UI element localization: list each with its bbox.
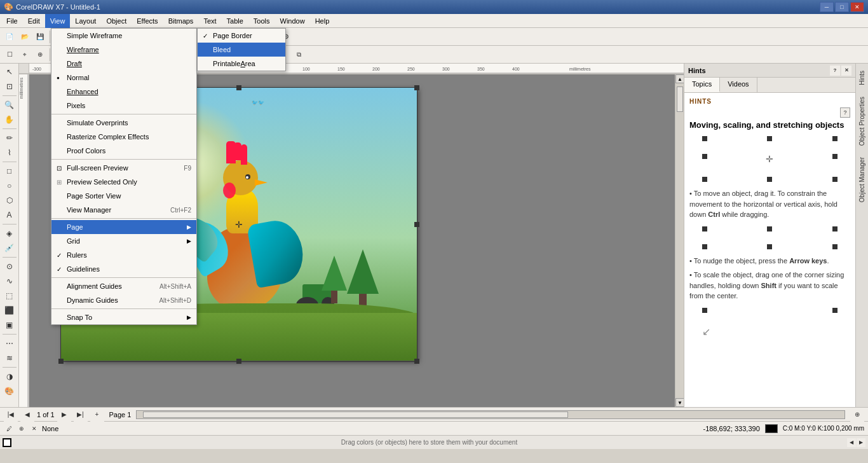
display-quality-btn[interactable]: ⧉ bbox=[292, 48, 306, 62]
menu-normal[interactable]: Normal bbox=[51, 71, 196, 85]
menu-snap-to[interactable]: Snap To▶ bbox=[51, 310, 196, 324]
zoom-fit-btn[interactable]: ⊕ bbox=[850, 408, 864, 422]
app-icon: 🎨 bbox=[4, 3, 13, 11]
tab-videos[interactable]: Videos bbox=[720, 78, 757, 92]
side-tab-object-properties[interactable]: Object Properties bbox=[857, 91, 867, 151]
no-snap-status[interactable]: ✕ bbox=[29, 424, 39, 434]
smear-tool[interactable]: ⋯ bbox=[1, 336, 18, 350]
select-all-btn[interactable]: ☐ bbox=[3, 48, 17, 62]
roughen-tool[interactable]: ≋ bbox=[1, 351, 18, 365]
transform-btn[interactable]: ⌖ bbox=[18, 48, 32, 62]
titlebar: 🎨 CorelDRAW X7 - Untitled-1 ─ □ ✕ bbox=[0, 0, 868, 14]
menu-layout[interactable]: Layout bbox=[70, 14, 101, 28]
fill-tool[interactable]: ◈ bbox=[1, 226, 18, 240]
first-page-btn[interactable]: |◀ bbox=[4, 408, 18, 422]
hints-help-button[interactable]: ? bbox=[840, 107, 850, 118]
open-button[interactable]: 📂 bbox=[18, 30, 32, 44]
text-tool[interactable]: A bbox=[1, 208, 18, 222]
menu-pixels[interactable]: Pixels bbox=[51, 99, 196, 113]
new-button[interactable]: 📄 bbox=[3, 30, 17, 44]
menu-rulers[interactable]: Rulers bbox=[51, 248, 196, 262]
save-button[interactable]: 💾 bbox=[33, 30, 47, 44]
polygon-tool[interactable]: ⬡ bbox=[1, 193, 18, 207]
pan-tool[interactable]: ✋ bbox=[1, 113, 18, 127]
menu-alignment-guides[interactable]: Alignment GuidesAlt+Shift+A bbox=[51, 279, 196, 293]
menu-text[interactable]: Text bbox=[198, 14, 221, 28]
smart-draw-tool[interactable]: ⌇ bbox=[1, 146, 18, 160]
eyedropper-tool[interactable]: 💉 bbox=[1, 241, 18, 255]
maximize-button[interactable]: □ bbox=[835, 2, 849, 12]
menu-window[interactable]: Window bbox=[275, 14, 310, 28]
menu-view-manager[interactable]: View ManagerCtrl+F2 bbox=[51, 203, 196, 217]
color-eyedropper[interactable]: 🎨 bbox=[1, 384, 18, 398]
hints-close[interactable]: ✕ bbox=[841, 66, 851, 76]
minimize-button[interactable]: ─ bbox=[820, 2, 834, 12]
menu-fullscreen-preview[interactable]: ⊡ Full-screen PreviewF9 bbox=[51, 161, 196, 175]
menu-object[interactable]: Object bbox=[101, 14, 132, 28]
contour-tool[interactable]: ⊙ bbox=[1, 259, 18, 273]
menu-rasterize-complex[interactable]: Rasterize Complex Effects bbox=[51, 130, 196, 144]
scroll-down-button[interactable]: ▼ bbox=[675, 398, 684, 407]
snap-status[interactable]: ⊕ bbox=[17, 424, 27, 434]
fill-swatch[interactable] bbox=[765, 424, 778, 433]
transparency-tool[interactable]: ◑ bbox=[1, 370, 18, 384]
menu-preview-selected[interactable]: ⊞ Preview Selected Only bbox=[51, 175, 196, 189]
close-button[interactable]: ✕ bbox=[850, 2, 864, 12]
next-page-btn[interactable]: ▶ bbox=[57, 408, 71, 422]
shadow-tool[interactable]: ▣ bbox=[1, 318, 18, 332]
rect-tool[interactable]: □ bbox=[1, 164, 18, 178]
zoom-tool[interactable]: 🔍 bbox=[1, 98, 18, 112]
menu-effects[interactable]: Effects bbox=[132, 14, 163, 28]
extrude-tool[interactable]: ⬛ bbox=[1, 303, 18, 317]
menu-table[interactable]: Table bbox=[222, 14, 248, 28]
ellipse-tool[interactable]: ○ bbox=[1, 179, 18, 193]
side-tab-object-manager[interactable]: Object Manager bbox=[857, 151, 867, 208]
menu-view[interactable]: View bbox=[45, 14, 71, 28]
menu-simple-wireframe[interactable]: Simple Wireframe bbox=[51, 29, 196, 43]
menu-draft[interactable]: Draft bbox=[51, 57, 196, 71]
nav-bar: |◀ ◀ 1 of 1 ▶ ▶| + Page 1 ⊕ bbox=[0, 407, 868, 421]
menu-grid[interactable]: Grid▶ bbox=[51, 234, 196, 248]
freehand-tool[interactable]: ✏ bbox=[1, 131, 18, 145]
position-btn[interactable]: ⊕ bbox=[33, 48, 47, 62]
last-page-btn[interactable]: ▶| bbox=[74, 408, 88, 422]
vertical-scrollbar[interactable]: ▲ ▼ bbox=[675, 74, 684, 407]
add-page-btn[interactable]: + bbox=[90, 408, 104, 422]
color-bar-scroll-left[interactable]: ◀ bbox=[847, 438, 856, 447]
blend-tool[interactable]: ∿ bbox=[1, 274, 18, 288]
submenu-bleed[interactable]: Bleed bbox=[198, 43, 285, 57]
menubar: File Edit View Layout Object Effects Bit… bbox=[0, 14, 868, 28]
color-bar-scroll-right[interactable]: ▶ bbox=[857, 438, 865, 447]
menu-bitmaps[interactable]: Bitmaps bbox=[163, 14, 199, 28]
menu-help[interactable]: Help bbox=[310, 14, 335, 28]
menu-enhanced[interactable]: Enhanced bbox=[51, 85, 196, 99]
hints-diagram-2 bbox=[702, 226, 837, 249]
envelope-tool[interactable]: ⬚ bbox=[1, 289, 18, 303]
draw-tool-status[interactable]: 🖊 bbox=[4, 424, 14, 434]
scroll-thumb[interactable] bbox=[677, 86, 683, 112]
menu-proof-colors[interactable]: Proof Colors bbox=[51, 144, 196, 158]
menu-page[interactable]: Page▶ bbox=[51, 220, 196, 234]
menu-page-sorter[interactable]: Page Sorter View bbox=[51, 189, 196, 203]
no-fill-swatch[interactable] bbox=[3, 438, 11, 447]
menu-tools[interactable]: Tools bbox=[248, 14, 275, 28]
menu-guidelines[interactable]: Guidelines bbox=[51, 262, 196, 276]
selector-tool[interactable]: ↖ bbox=[1, 65, 18, 79]
scroll-track[interactable] bbox=[675, 83, 684, 398]
submenu-printable-area[interactable]: Printable Area bbox=[198, 57, 285, 71]
right-side-tabs: Hints Object Properties Object Manager bbox=[855, 64, 868, 407]
menu-simulate-overprints[interactable]: Simulate Overprints bbox=[51, 116, 196, 130]
menu-edit[interactable]: Edit bbox=[23, 14, 45, 28]
node-tool[interactable]: ⊡ bbox=[1, 79, 18, 93]
submenu-page-border[interactable]: Page Border bbox=[198, 29, 285, 43]
menu-wireframe[interactable]: Wireframe bbox=[51, 43, 196, 57]
prev-page-btn[interactable]: ◀ bbox=[20, 408, 34, 422]
tab-topics[interactable]: Topics bbox=[684, 78, 720, 92]
menu-dynamic-guides[interactable]: Dynamic GuidesAlt+Shift+D bbox=[51, 293, 196, 307]
menu-sep2 bbox=[51, 159, 196, 160]
side-tab-hints[interactable]: Hints bbox=[857, 65, 867, 91]
scroll-up-button[interactable]: ▲ bbox=[675, 74, 684, 83]
menu-file[interactable]: File bbox=[1, 14, 23, 28]
hints-heading: Moving, scaling, and stretching objects bbox=[689, 120, 850, 130]
hints-options[interactable]: ? bbox=[830, 66, 840, 76]
